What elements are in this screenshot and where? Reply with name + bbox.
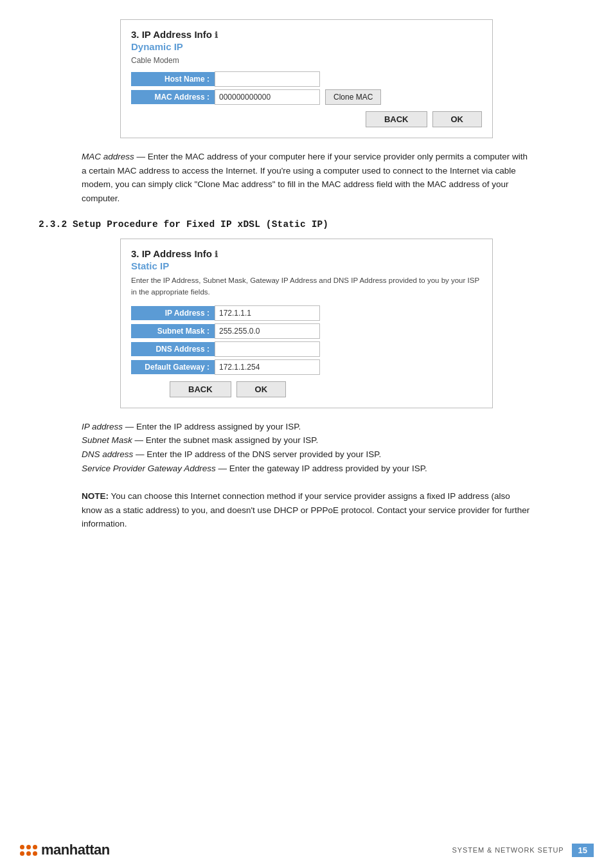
dot-5 xyxy=(26,851,31,856)
mac-desc-block: MAC address — Enter the MAC address of y… xyxy=(82,150,531,205)
dynamic-ip-ok-button[interactable]: OK xyxy=(432,111,483,127)
ip-address-desc: IP address — Enter the IP address assign… xyxy=(82,420,531,434)
dot-2 xyxy=(26,845,31,849)
ip-address-input[interactable] xyxy=(215,305,320,321)
gateway-desc-text: — Enter the gateway IP address provided … xyxy=(216,464,427,473)
static-ip-title: 3. IP Address Info ℹ xyxy=(131,248,482,259)
static-ip-button-row: BACK OK xyxy=(170,381,482,397)
logo-dots xyxy=(19,841,37,859)
gateway-desc: Service Provider Gateway Address — Enter… xyxy=(82,462,531,476)
static-ip-back-button[interactable]: BACK xyxy=(170,381,231,397)
dynamic-ip-box: 3. IP Address Info ℹ Dynamic IP Cable Mo… xyxy=(120,19,493,138)
ip-address-desc-term: IP address xyxy=(82,422,123,431)
dns-address-desc-text: — Enter the IP address of the DNS server… xyxy=(133,449,381,459)
dot-6 xyxy=(33,851,37,856)
static-ip-ok-button[interactable]: OK xyxy=(236,381,287,397)
mac-address-row: MAC Address : Clone MAC xyxy=(131,89,482,105)
subnet-mask-desc: Subnet Mask — Enter the subnet mask assi… xyxy=(82,433,531,448)
footer: manhattan SYSTEM & NETWORK SETUP 15 xyxy=(0,835,613,868)
static-ip-subtitle: Static IP xyxy=(131,260,482,271)
dynamic-ip-back-button[interactable]: BACK xyxy=(366,111,427,127)
host-name-row: Host Name : xyxy=(131,71,482,87)
footer-system-label: SYSTEM & NETWORK SETUP xyxy=(452,846,564,854)
subnet-mask-row: Subnet Mask : xyxy=(131,323,482,339)
static-ip-title-text: 3. IP Address Info xyxy=(131,248,212,259)
dns-address-row: DNS Address : xyxy=(131,341,482,357)
mac-desc-text: — Enter the MAC address of your computer… xyxy=(82,152,528,203)
subnet-mask-label: Subnet Mask : xyxy=(131,324,215,338)
gateway-desc-term: Service Provider Gateway Address xyxy=(82,464,216,473)
dynamic-ip-subtitle: Dynamic IP xyxy=(131,41,482,52)
default-gateway-input[interactable] xyxy=(215,359,320,375)
note-label: NOTE: xyxy=(82,491,109,501)
dns-address-label: DNS Address : xyxy=(131,342,215,356)
note-text: You can choose this Internet connection … xyxy=(82,491,529,529)
info-icon: ℹ xyxy=(215,30,218,40)
dynamic-ip-conn-type: Cable Modem xyxy=(131,56,482,65)
dns-address-input[interactable] xyxy=(215,341,320,357)
dot-4 xyxy=(20,851,24,856)
static-info-icon: ℹ xyxy=(215,249,218,259)
host-name-input[interactable] xyxy=(215,71,320,87)
subnet-mask-input[interactable] xyxy=(215,323,320,339)
dynamic-ip-button-row: BACK OK xyxy=(131,111,482,127)
note-block: NOTE: You can choose this Internet conne… xyxy=(82,489,531,531)
mac-address-input[interactable] xyxy=(215,89,320,105)
dot-1 xyxy=(20,845,24,849)
subnet-mask-desc-text: — Enter the subnet mask assigned by your… xyxy=(132,435,318,445)
footer-right: SYSTEM & NETWORK SETUP 15 xyxy=(452,844,594,857)
logo-text: manhattan xyxy=(41,842,110,858)
manhattan-logo: manhattan xyxy=(19,841,110,859)
ip-address-desc-text: — Enter the IP address assigned by your … xyxy=(123,422,301,431)
section-header-232: 2.3.2 Setup Procedure for Fixed IP xDSL … xyxy=(39,219,574,230)
default-gateway-row: Default Gateway : xyxy=(131,359,482,375)
mac-desc-term: MAC address xyxy=(82,152,134,161)
ip-descriptions-block: IP address — Enter the IP address assign… xyxy=(82,420,531,475)
dns-address-desc: DNS address — Enter the IP address of th… xyxy=(82,448,531,462)
default-gateway-label: Default Gateway : xyxy=(131,360,215,374)
footer-page-number: 15 xyxy=(572,844,594,857)
clone-mac-button[interactable]: Clone MAC xyxy=(325,89,381,105)
dynamic-ip-title: 3. IP Address Info ℹ xyxy=(131,29,482,40)
dynamic-ip-title-text: 3. IP Address Info xyxy=(131,29,212,40)
static-ip-box: 3. IP Address Info ℹ Static IP Enter the… xyxy=(120,239,493,408)
dot-3 xyxy=(33,845,37,849)
mac-address-label: MAC Address : xyxy=(131,90,215,104)
dns-address-desc-term: DNS address xyxy=(82,449,133,459)
ip-address-row: IP Address : xyxy=(131,305,482,321)
ip-address-label: IP Address : xyxy=(131,306,215,320)
static-ip-desc: Enter the IP Address, Subnet Mask, Gatew… xyxy=(131,275,482,298)
host-name-label: Host Name : xyxy=(131,72,215,86)
subnet-mask-desc-term: Subnet Mask xyxy=(82,435,132,445)
